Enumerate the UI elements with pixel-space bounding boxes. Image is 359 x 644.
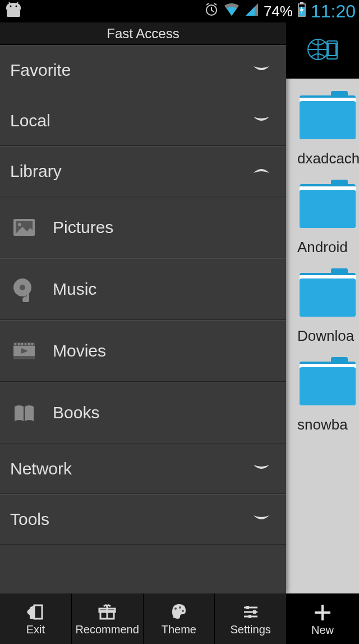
folder-label: dxadcach (297, 150, 359, 167)
status-bar: 74% 11:20 (0, 0, 359, 22)
section-local[interactable]: Local (0, 95, 286, 146)
folder-icon (297, 135, 359, 145)
folder-item[interactable]: Downloa (286, 256, 359, 345)
svg-rect-9 (328, 43, 336, 56)
drawer-title: Fast Access (0, 22, 286, 45)
svg-rect-35 (18, 343, 20, 345)
chevron-down-icon (252, 513, 270, 526)
globe-phone-icon[interactable] (306, 35, 339, 66)
button-label: Settings (230, 623, 270, 636)
chevron-up-icon (252, 165, 270, 177)
library-item-label: Movies (53, 341, 106, 360)
svg-rect-5 (300, 2, 303, 4)
drawer-spacer (0, 545, 286, 593)
svg-rect-34 (15, 343, 16, 345)
svg-point-0 (10, 5, 12, 7)
books-icon (11, 400, 37, 426)
music-icon (11, 276, 37, 302)
screen: 74% 11:20 dxadc (0, 0, 359, 644)
library-item-label: Music (53, 280, 96, 299)
folder-item[interactable]: dxadcach (286, 79, 359, 167)
library-books[interactable]: Books (0, 382, 286, 444)
section-label: Library (10, 162, 62, 181)
signal-icon (245, 2, 259, 21)
svg-rect-46 (246, 606, 249, 609)
movies-icon (11, 338, 37, 364)
svg-rect-47 (253, 610, 256, 614)
section-label: Tools (10, 510, 49, 529)
section-tools[interactable]: Tools (0, 494, 286, 545)
svg-rect-39 (31, 343, 33, 345)
section-network[interactable]: Network (0, 444, 286, 494)
svg-rect-17 (300, 190, 356, 228)
folder-label: Android (297, 239, 359, 256)
svg-point-44 (179, 606, 181, 609)
library-music[interactable]: Music (0, 258, 286, 320)
folder-label: snowba (297, 416, 359, 433)
wifi-icon (223, 2, 240, 21)
folder-icon (297, 224, 359, 234)
library-item-label: Pictures (53, 218, 113, 237)
svg-rect-13 (300, 101, 356, 139)
new-button[interactable]: New (286, 593, 359, 644)
exit-button[interactable]: Exit (0, 593, 72, 644)
svg-point-43 (174, 608, 177, 610)
chevron-down-icon (252, 463, 270, 475)
library-item-label: Books (53, 403, 99, 422)
section-library[interactable]: Library (0, 146, 286, 197)
button-label: Recommend (75, 623, 139, 636)
svg-point-30 (20, 285, 25, 290)
main-area: dxadcach Android Downloa snowba Fast Acc… (0, 22, 359, 593)
theme-button[interactable]: Theme (144, 593, 215, 644)
clock-time: 11:20 (311, 1, 356, 22)
svg-point-28 (18, 223, 21, 226)
svg-rect-33 (13, 356, 35, 359)
recommend-button[interactable]: Recommend (72, 593, 144, 644)
svg-point-45 (182, 610, 184, 612)
bottom-bar: Exit Recommend Theme Settings New (0, 593, 359, 644)
folder-item[interactable]: Android (286, 167, 359, 256)
folder-icon (297, 401, 359, 411)
chevron-down-icon (252, 115, 270, 127)
settings-button[interactable]: Settings (215, 593, 286, 644)
svg-rect-38 (28, 343, 30, 345)
section-label: Network (10, 459, 72, 478)
folder-item[interactable]: snowba (286, 345, 359, 433)
svg-rect-36 (21, 343, 23, 345)
android-icon (3, 1, 24, 22)
section-favorite[interactable]: Favorite (0, 45, 286, 95)
battery-icon (297, 2, 306, 21)
svg-rect-40 (34, 605, 42, 619)
alarm-icon (204, 2, 219, 21)
svg-rect-25 (300, 367, 356, 405)
folder-label: Downloa (297, 327, 359, 345)
pictures-icon (11, 214, 37, 240)
svg-rect-48 (248, 615, 251, 618)
fast-access-drawer: Fast Access Favorite Local Library Pictu… (0, 22, 286, 593)
chevron-down-icon (252, 64, 270, 76)
library-pictures[interactable]: Pictures (0, 197, 286, 258)
folder-icon (297, 313, 359, 322)
button-label: Theme (162, 623, 196, 636)
library-movies[interactable]: Movies (0, 320, 286, 382)
svg-rect-37 (25, 343, 26, 345)
svg-point-1 (16, 5, 17, 7)
button-label: New (311, 624, 334, 637)
section-label: Local (10, 111, 50, 130)
section-label: Favorite (10, 61, 71, 80)
plus-icon (311, 601, 334, 624)
svg-rect-2 (7, 10, 20, 17)
button-label: Exit (26, 623, 45, 636)
svg-rect-21 (300, 278, 356, 317)
folder-list[interactable]: dxadcach Android Downloa snowba (286, 22, 359, 593)
battery-percentage: 74% (264, 3, 293, 20)
toolbar-right (286, 22, 359, 79)
